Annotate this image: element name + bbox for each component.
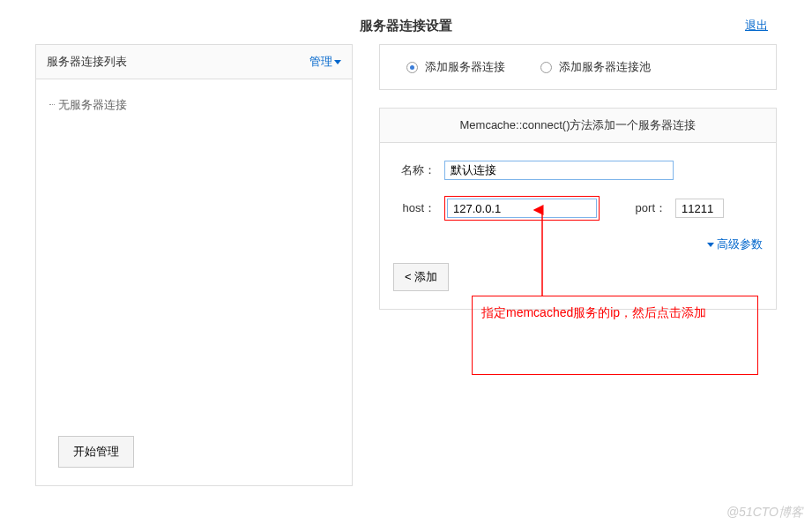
- port-input[interactable]: [675, 199, 724, 218]
- start-manage-button[interactable]: 开始管理: [58, 436, 134, 468]
- port-label: port：: [624, 200, 667, 216]
- advanced-params-link[interactable]: 高级参数: [393, 236, 763, 252]
- manage-dropdown[interactable]: 管理: [309, 54, 341, 70]
- radio-icon: [540, 62, 552, 73]
- radio-label-pool: 添加服务器连接池: [559, 59, 651, 75]
- advanced-label: 高级参数: [717, 236, 763, 252]
- name-label: 名称：: [393, 162, 436, 178]
- annotation-text: 指定memcached服务的ip，然后点击添加: [481, 305, 706, 319]
- chevron-down-icon: [334, 60, 341, 64]
- radio-add-server[interactable]: 添加服务器连接: [406, 59, 505, 75]
- logout-link[interactable]: 退出: [745, 18, 768, 34]
- add-button[interactable]: < 添加: [393, 263, 449, 291]
- radio-icon: [406, 62, 418, 73]
- annotation-box: 指定memcached服务的ip，然后点击添加: [472, 296, 758, 375]
- add-server-form: Memcache::connect()方法添加一个服务器连接 名称： host：…: [379, 108, 777, 310]
- name-input[interactable]: [444, 161, 674, 180]
- form-title: Memcache::connect()方法添加一个服务器连接: [380, 109, 776, 143]
- host-label: host：: [393, 200, 436, 216]
- host-highlight-box: [444, 196, 600, 221]
- radio-add-pool[interactable]: 添加服务器连接池: [540, 59, 651, 75]
- radio-label-server: 添加服务器连接: [425, 59, 505, 75]
- server-list-title: 服务器连接列表: [47, 54, 127, 70]
- host-input[interactable]: [447, 199, 597, 218]
- watermark: @51CTO博客: [726, 505, 803, 521]
- connection-type-radio-group: 添加服务器连接 添加服务器连接池: [379, 44, 777, 90]
- empty-server-item: 无服务器连接: [49, 97, 339, 113]
- chevron-down-icon: [707, 243, 714, 247]
- page-title: 服务器连接设置: [0, 18, 812, 34]
- manage-label: 管理: [309, 54, 332, 70]
- server-list-panel: 服务器连接列表 管理 无服务器连接 开始管理: [35, 44, 353, 486]
